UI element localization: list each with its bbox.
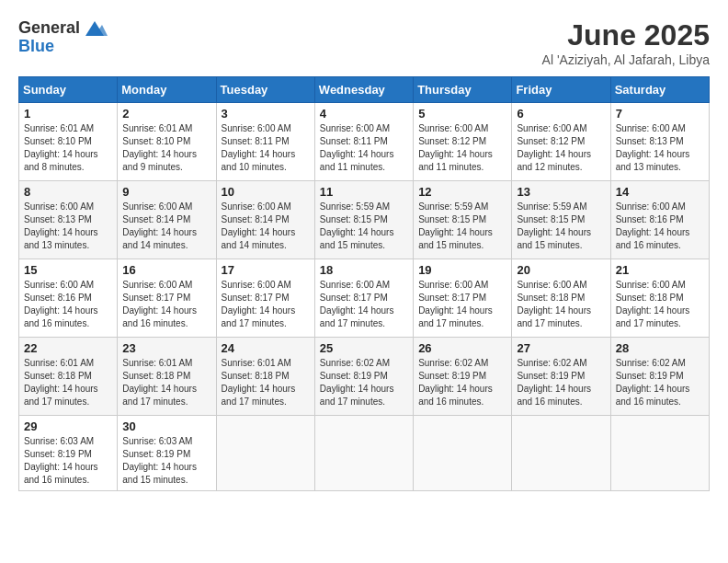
day-info: Sunrise: 6:01 AMSunset: 8:18 PMDaylight:… xyxy=(122,357,210,408)
day-info: Sunrise: 6:02 AMSunset: 8:19 PMDaylight:… xyxy=(616,357,704,408)
day-info: Sunrise: 6:01 AMSunset: 8:18 PMDaylight:… xyxy=(24,357,112,408)
day-number: 8 xyxy=(24,185,112,199)
calendar-cell: 28Sunrise: 6:02 AMSunset: 8:19 PMDayligh… xyxy=(610,338,709,416)
location: Al 'Aziziyah, Al Jafarah, Libya xyxy=(542,52,710,67)
day-number: 4 xyxy=(320,107,408,121)
day-number: 15 xyxy=(24,263,112,277)
day-number: 23 xyxy=(122,341,210,355)
day-info: Sunrise: 6:02 AMSunset: 8:19 PMDaylight:… xyxy=(418,357,506,408)
calendar-cell: 4Sunrise: 6:00 AMSunset: 8:11 PMDaylight… xyxy=(314,103,413,181)
day-number: 28 xyxy=(616,341,704,355)
title-block: June 2025 Al 'Aziziyah, Al Jafarah, Liby… xyxy=(542,18,710,67)
day-number: 10 xyxy=(222,185,310,199)
weekday-monday: Monday xyxy=(118,77,216,103)
logo-blue: Blue xyxy=(18,37,108,56)
calendar-cell xyxy=(512,416,610,491)
day-number: 21 xyxy=(616,263,704,277)
calendar-cell: 26Sunrise: 6:02 AMSunset: 8:19 PMDayligh… xyxy=(414,338,512,416)
day-number: 22 xyxy=(24,341,112,355)
calendar-cell: 10Sunrise: 6:00 AMSunset: 8:14 PMDayligh… xyxy=(216,181,314,259)
calendar-cell: 19Sunrise: 6:00 AMSunset: 8:17 PMDayligh… xyxy=(414,259,512,338)
calendar-cell xyxy=(216,416,314,491)
calendar-cell: 2Sunrise: 6:01 AMSunset: 8:10 PMDaylight… xyxy=(118,103,216,181)
day-number: 2 xyxy=(122,107,210,121)
day-number: 6 xyxy=(517,107,605,121)
day-number: 30 xyxy=(122,419,210,433)
day-info: Sunrise: 5:59 AMSunset: 8:15 PMDaylight:… xyxy=(418,201,506,252)
day-info: Sunrise: 6:00 AMSunset: 8:18 PMDaylight:… xyxy=(616,279,704,330)
calendar-cell xyxy=(610,416,709,491)
weekday-sunday: Sunday xyxy=(19,77,118,103)
calendar-cell: 16Sunrise: 6:00 AMSunset: 8:17 PMDayligh… xyxy=(118,259,216,338)
day-info: Sunrise: 6:00 AMSunset: 8:18 PMDaylight:… xyxy=(517,279,605,330)
day-number: 11 xyxy=(320,185,408,199)
weekday-thursday: Thursday xyxy=(414,77,512,103)
month-title: June 2025 xyxy=(542,18,710,52)
calendar-cell xyxy=(414,416,512,491)
day-number: 27 xyxy=(517,341,605,355)
calendar-cell: 25Sunrise: 6:02 AMSunset: 8:19 PMDayligh… xyxy=(314,338,413,416)
calendar-cell: 29Sunrise: 6:03 AMSunset: 8:19 PMDayligh… xyxy=(19,416,118,491)
calendar-cell: 14Sunrise: 6:00 AMSunset: 8:16 PMDayligh… xyxy=(610,181,709,259)
calendar-cell: 30Sunrise: 6:03 AMSunset: 8:19 PMDayligh… xyxy=(118,416,216,491)
calendar-cell: 5Sunrise: 6:00 AMSunset: 8:12 PMDaylight… xyxy=(414,103,512,181)
day-number: 1 xyxy=(24,107,112,121)
day-info: Sunrise: 6:00 AMSunset: 8:17 PMDaylight:… xyxy=(418,279,506,330)
calendar-cell: 21Sunrise: 6:00 AMSunset: 8:18 PMDayligh… xyxy=(610,259,709,338)
calendar-week-4: 22Sunrise: 6:01 AMSunset: 8:18 PMDayligh… xyxy=(19,338,710,416)
day-info: Sunrise: 6:00 AMSunset: 8:11 PMDaylight:… xyxy=(320,122,408,174)
page-header: General Blue June 2025 Al 'Aziziyah, Al … xyxy=(18,18,710,67)
day-number: 26 xyxy=(418,341,506,355)
calendar-cell: 27Sunrise: 6:02 AMSunset: 8:19 PMDayligh… xyxy=(512,338,610,416)
day-number: 12 xyxy=(418,185,506,199)
weekday-friday: Friday xyxy=(512,77,610,103)
calendar-cell xyxy=(314,416,413,491)
logo: General Blue xyxy=(18,18,108,56)
calendar-table: SundayMondayTuesdayWednesdayThursdayFrid… xyxy=(18,76,710,491)
calendar-cell: 1Sunrise: 6:01 AMSunset: 8:10 PMDaylight… xyxy=(19,103,118,181)
day-number: 9 xyxy=(122,185,210,199)
day-info: Sunrise: 6:00 AMSunset: 8:17 PMDaylight:… xyxy=(320,279,408,330)
day-number: 5 xyxy=(418,107,506,121)
calendar-cell: 22Sunrise: 6:01 AMSunset: 8:18 PMDayligh… xyxy=(19,338,118,416)
day-number: 18 xyxy=(320,263,408,277)
weekday-saturday: Saturday xyxy=(610,77,709,103)
logo-text: General xyxy=(18,18,108,39)
day-info: Sunrise: 6:00 AMSunset: 8:17 PMDaylight:… xyxy=(222,279,310,330)
day-info: Sunrise: 6:02 AMSunset: 8:19 PMDaylight:… xyxy=(517,357,605,408)
day-number: 19 xyxy=(418,263,506,277)
day-number: 16 xyxy=(122,263,210,277)
calendar-cell: 24Sunrise: 6:01 AMSunset: 8:18 PMDayligh… xyxy=(216,338,314,416)
logo-icon xyxy=(82,19,108,38)
day-number: 14 xyxy=(616,185,704,199)
calendar-cell: 17Sunrise: 6:00 AMSunset: 8:17 PMDayligh… xyxy=(216,259,314,338)
calendar-cell: 8Sunrise: 6:00 AMSunset: 8:13 PMDaylight… xyxy=(19,181,118,259)
day-number: 29 xyxy=(24,419,112,433)
calendar-cell: 11Sunrise: 5:59 AMSunset: 8:15 PMDayligh… xyxy=(314,181,413,259)
calendar-cell: 9Sunrise: 6:00 AMSunset: 8:14 PMDaylight… xyxy=(118,181,216,259)
day-number: 17 xyxy=(222,263,310,277)
day-info: Sunrise: 6:02 AMSunset: 8:19 PMDaylight:… xyxy=(320,357,408,408)
calendar-week-1: 1Sunrise: 6:01 AMSunset: 8:10 PMDaylight… xyxy=(19,103,710,181)
day-number: 3 xyxy=(222,107,310,121)
calendar-week-3: 15Sunrise: 6:00 AMSunset: 8:16 PMDayligh… xyxy=(19,259,710,338)
day-info: Sunrise: 6:00 AMSunset: 8:11 PMDaylight:… xyxy=(222,122,310,174)
calendar-week-2: 8Sunrise: 6:00 AMSunset: 8:13 PMDaylight… xyxy=(19,181,710,259)
day-info: Sunrise: 5:59 AMSunset: 8:15 PMDaylight:… xyxy=(517,201,605,252)
day-info: Sunrise: 6:01 AMSunset: 8:10 PMDaylight:… xyxy=(24,122,112,174)
day-info: Sunrise: 6:00 AMSunset: 8:16 PMDaylight:… xyxy=(616,201,704,252)
calendar-cell: 13Sunrise: 5:59 AMSunset: 8:15 PMDayligh… xyxy=(512,181,610,259)
day-number: 25 xyxy=(320,341,408,355)
calendar-cell: 15Sunrise: 6:00 AMSunset: 8:16 PMDayligh… xyxy=(19,259,118,338)
calendar-cell: 23Sunrise: 6:01 AMSunset: 8:18 PMDayligh… xyxy=(118,338,216,416)
calendar-cell: 6Sunrise: 6:00 AMSunset: 8:12 PMDaylight… xyxy=(512,103,610,181)
day-number: 7 xyxy=(616,107,704,121)
calendar-cell: 12Sunrise: 5:59 AMSunset: 8:15 PMDayligh… xyxy=(414,181,512,259)
calendar-cell: 3Sunrise: 6:00 AMSunset: 8:11 PMDaylight… xyxy=(216,103,314,181)
calendar-cell: 20Sunrise: 6:00 AMSunset: 8:18 PMDayligh… xyxy=(512,259,610,338)
day-info: Sunrise: 6:00 AMSunset: 8:12 PMDaylight:… xyxy=(517,122,605,174)
day-number: 13 xyxy=(517,185,605,199)
day-info: Sunrise: 5:59 AMSunset: 8:15 PMDaylight:… xyxy=(320,201,408,252)
day-info: Sunrise: 6:01 AMSunset: 8:18 PMDaylight:… xyxy=(222,357,310,408)
day-info: Sunrise: 6:00 AMSunset: 8:14 PMDaylight:… xyxy=(222,201,310,252)
